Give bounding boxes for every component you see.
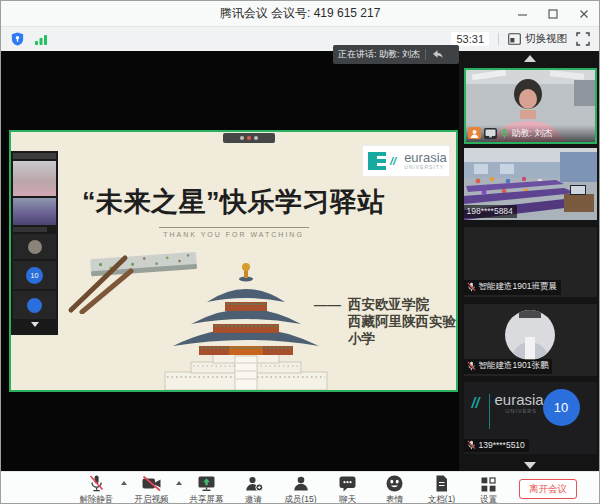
start-video-button[interactable]: 开启视频 <box>128 474 175 504</box>
members-button[interactable]: 成员(15) <box>277 474 324 504</box>
emoji-label: 表情 <box>386 494 403 504</box>
bottom-toolbar: 解除静音 开启视频 共享屏幕 <box>1 471 599 504</box>
mini-dot <box>240 136 244 140</box>
scroll-up-button[interactable] <box>459 51 600 68</box>
invite-icon <box>244 474 264 493</box>
participant-tile-speaker[interactable]: 助教: 刘杰 <box>464 68 597 144</box>
topbar-status-icons <box>10 31 48 47</box>
shared-screen: // eurasia UNIVERSITY “未来之星”快乐学习驿站 THANK… <box>9 130 458 392</box>
maximize-icon <box>548 9 558 19</box>
speaker-status-row: 助教: 刘杰 <box>466 125 595 142</box>
audio-options-caret[interactable] <box>121 481 127 485</box>
divider <box>489 394 490 429</box>
eurasia-logo-text: eurasia <box>495 391 544 408</box>
collapse-banner-arrow-icon[interactable] <box>431 49 444 60</box>
participant-name: 智能建造1901班贾晨 <box>479 281 557 293</box>
chat-button[interactable]: 聊天 <box>324 474 371 504</box>
invite-label: 邀请 <box>245 494 262 504</box>
video-options-caret[interactable] <box>176 481 182 485</box>
participant-name: 智能建造1901张鹏 <box>479 360 549 372</box>
window-title: 腾讯会议 会议号: 419 615 217 <box>220 5 381 22</box>
participant-tile-avatar1[interactable]: 智能建造1901班贾晨 <box>464 227 597 297</box>
participant-name: 助教: 刘杰 <box>512 127 553 140</box>
network-signal-icon <box>34 33 48 46</box>
participant-name: 139****5510 <box>479 440 525 450</box>
eurasia-mark-icon: // <box>472 395 480 411</box>
minimize-button[interactable] <box>515 7 529 21</box>
docs-button[interactable]: 文档(1) <box>418 474 465 504</box>
slide-title: “未来之星”快乐学习驿站 <box>11 184 456 220</box>
unmute-button[interactable]: 解除静音 <box>73 474 120 504</box>
leave-meeting-button[interactable]: 离开会议 <box>519 479 577 499</box>
share-screen-icon <box>197 474 216 493</box>
scroll-down-icon <box>524 462 536 469</box>
participant-sidebar: 助教: 刘杰 <box>459 51 600 471</box>
eurasia-logo: // eurasia UNIVERSITY <box>363 146 449 176</box>
layout-icon <box>508 33 521 45</box>
mini-dot-red <box>247 136 251 140</box>
unmute-label: 解除静音 <box>80 494 114 504</box>
slide-subtitle: THANK YOU FOR WATCHING <box>11 231 456 238</box>
mic-muted-icon <box>467 282 476 292</box>
camera-off-icon <box>141 474 162 493</box>
mini-video-speaker <box>13 161 56 196</box>
credit-line1: 西安欧亚学院 <box>348 296 456 313</box>
mini-video-classroom <box>13 198 56 225</box>
slide-subtitle-block: THANK YOU FOR WATCHING <box>11 227 456 238</box>
mini-banner <box>13 153 56 159</box>
meeting-window: 腾讯会议 会议号: 419 615 217 <box>0 0 600 504</box>
chat-icon <box>338 475 357 493</box>
document-icon <box>433 474 450 493</box>
participant-tile-logo[interactable]: // eurasia UNIVERS 10 139****5510 <box>464 382 597 454</box>
logo-name: eurasia <box>404 152 447 164</box>
slide-credit: —— 西安欧亚学院 西藏阿里陕西实验小学 <box>314 296 456 347</box>
close-icon <box>579 9 589 19</box>
participant-name-label: 智能建造1901张鹏 <box>464 359 553 374</box>
members-icon <box>292 474 310 493</box>
divider <box>498 33 499 45</box>
participant-name-label: 139****5510 <box>464 439 529 452</box>
mini-badge-tile: 10 <box>13 261 56 289</box>
logo-slashes: // <box>390 155 396 167</box>
close-button[interactable] <box>577 7 591 21</box>
meeting-timer: 53:31 <box>451 32 489 46</box>
credit-dash: —— <box>314 296 341 347</box>
settings-grid-icon <box>480 476 497 493</box>
mic-muted-icon <box>467 440 476 450</box>
avatar <box>505 310 555 360</box>
temple-of-heaven-illustration <box>151 258 341 390</box>
topbar-actions: 53:31 切换视图 <box>451 32 590 46</box>
share-screen-button[interactable]: 共享屏幕 <box>183 474 230 504</box>
count-badge: 10 <box>543 389 580 426</box>
participant-tile-classroom[interactable]: 198****5884 <box>464 148 597 220</box>
window-controls <box>515 1 591 27</box>
chat-label: 聊天 <box>339 494 356 504</box>
participant-tile-avatar2[interactable]: 智能建造1901张鹏 <box>464 304 597 376</box>
mic-on-icon <box>500 128 509 139</box>
mini-badge: 10 <box>26 267 43 284</box>
participant-name: 198****5884 <box>467 206 513 216</box>
fullscreen-icon[interactable] <box>576 32 590 46</box>
scroll-up-icon <box>524 55 536 62</box>
switch-view-button[interactable]: 切换视图 <box>508 32 567 46</box>
share-screen-label: 共享屏幕 <box>190 494 224 504</box>
members-label: 成员(15) <box>284 494 316 504</box>
participant-name-label: 智能建造1901班贾晨 <box>464 280 561 295</box>
eurasia-logo-mark-icon <box>368 152 386 170</box>
mic-muted-icon <box>467 361 476 371</box>
emoji-button[interactable]: 表情 <box>371 474 418 504</box>
maximize-button[interactable] <box>546 7 560 21</box>
mini-badge-tile2 <box>13 291 56 319</box>
invite-button[interactable]: 邀请 <box>230 474 277 504</box>
start-video-label: 开启视频 <box>135 494 169 504</box>
mini-avatar <box>28 240 42 254</box>
mini-badge2 <box>27 298 42 313</box>
participant-name-label: 198****5884 <box>464 205 517 218</box>
host-badge-icon <box>468 127 481 139</box>
speaking-banner: 正在讲话: 助教: 刘杰 <box>333 45 459 64</box>
title-bar: 腾讯会议 会议号: 419 615 217 <box>1 1 599 27</box>
mini-scroll-down-icon <box>31 322 39 327</box>
settings-button[interactable]: 设置 <box>465 474 512 504</box>
speaking-banner-text: 正在讲话: 助教: 刘杰 <box>338 48 420 61</box>
mic-muted-icon <box>87 474 106 493</box>
